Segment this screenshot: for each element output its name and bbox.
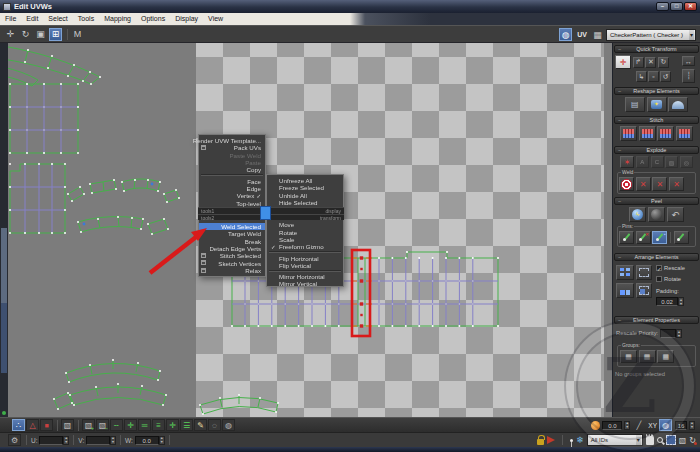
menu-item-move[interactable]: Move [267,221,343,228]
quick-peel-button[interactable]: ϟ [629,207,646,222]
material-ids-dropdown[interactable]: All IDs [587,434,643,446]
peel-mode-button[interactable] [648,207,665,222]
stitch-average-button[interactable] [657,126,674,141]
menu-item-unhide-all[interactable]: Unhide All [267,192,343,199]
option-box-icon[interactable] [201,260,206,265]
zoom-region-icon[interactable] [666,435,676,445]
group-create-button[interactable]: ▦ [620,350,637,363]
soft-selection-field[interactable]: 0.0 [602,421,622,430]
menu-item-copy[interactable]: Copy [199,166,265,173]
grow-selection-button[interactable]: ✛ [124,419,137,431]
grow-element-button[interactable]: ▧+ [82,419,95,431]
menu-item-render-uvw-template[interactable]: Render UVW Template... [199,137,265,144]
lock-icon[interactable] [537,439,544,445]
menu-item-freeform-gizmo[interactable]: Freeform Gizmo [267,243,343,250]
options-gear-button[interactable]: ⚙ [8,434,21,446]
ring-selection-button[interactable]: ✛ [166,419,179,431]
grid-size-field[interactable]: 16 [675,421,687,430]
rescale-priority-field[interactable] [660,329,676,338]
align-cross-button[interactable]: ✕ [645,57,656,68]
menu-tools[interactable]: Tools [73,13,99,25]
padding-field[interactable]: 0.02 [656,297,678,306]
menu-item-break[interactable]: Break [199,238,265,245]
freeform-gizmo-tool-icon[interactable]: ⊞ [49,28,62,41]
group-select-button[interactable]: ▦ [657,350,674,363]
soft-selection-spinner[interactable] [624,421,630,430]
v-spinner[interactable] [110,436,116,445]
menu-item-unfreeze-all[interactable]: Unfreeze All [267,177,343,184]
vertex-mode-button[interactable]: ∴ [12,419,25,431]
edge-loop-button[interactable]: ╌ [110,419,123,431]
unpin-tool-button[interactable]: ✕ [636,231,651,244]
menu-item-mirror-vertical[interactable]: Mirror Vertical [267,280,343,287]
minimize-button[interactable] [656,2,669,11]
pin-tool-button[interactable] [619,231,634,244]
break-by-material-button[interactable]: ▧ [665,156,678,168]
relax-until-flat-button[interactable] [668,97,688,112]
stitch-header[interactable]: Stitch [614,116,699,124]
quick-transform-header[interactable]: Quick Transform [614,45,699,53]
w-spinner[interactable] [159,436,165,445]
weld-break-button[interactable]: ✕ [669,177,684,191]
rescale-priority-spinner[interactable] [676,329,682,338]
falloff-curve-icon[interactable]: ╱ [632,419,645,431]
background-toggle-icon[interactable]: ◍ [659,419,672,431]
space-square-button[interactable]: ▫ [648,71,659,82]
pack-together-button[interactable] [616,283,634,298]
snap-toggle-icon[interactable]: ◍ [559,28,572,41]
freeze-snowflake-icon[interactable]: ❄ [576,435,584,445]
element-properties-header[interactable]: Element Properties [614,316,699,324]
shrink-element-button[interactable]: ▧− [96,419,109,431]
pack-normalize-button[interactable] [616,265,634,280]
reshape-elements-header[interactable]: Reshape Elements [614,87,699,95]
reset-peel-button[interactable]: ↶ [667,207,684,222]
weld-all-button[interactable]: ✕ [652,177,667,191]
stitch-target-button[interactable] [676,126,693,141]
break-by-element-button[interactable]: ◎ [680,156,693,168]
scale-tool-icon[interactable]: ▣ [34,28,47,41]
menu-item-relax[interactable]: Relax [199,267,265,274]
unpin-all-button[interactable] [674,231,689,244]
close-button[interactable] [684,2,697,11]
menu-item-edge[interactable]: Edge [199,185,265,192]
rotate-tool-icon[interactable]: ↻ [19,28,32,41]
option-box-icon[interactable] [201,145,206,150]
mirror-tool-icon[interactable]: M [71,28,84,41]
peel-header[interactable]: Peel [614,197,699,205]
alert-horn-icon[interactable] [547,436,555,444]
menu-options[interactable]: Options [136,13,170,25]
rotate-ccw-button[interactable]: ↺ [660,71,671,82]
group-ungroup-button[interactable]: ▦ [639,350,656,363]
break-by-smoothing-button[interactable]: C [651,156,664,168]
grid-size-spinner[interactable] [689,421,695,430]
u-field[interactable] [39,436,63,445]
title-bar[interactable]: Edit UVWs [0,0,700,13]
shrink-selection-button[interactable]: ═ [138,419,151,431]
target-weld-button[interactable] [619,177,634,191]
align-vertical-button[interactable]: ↳ [636,71,647,82]
menu-item-stitch-selected[interactable]: Stitch Selected [199,252,265,259]
menu-item-flip-horizontal[interactable]: Flip Horizontal [267,254,343,261]
option-box-icon[interactable] [201,268,206,273]
menu-item-hide-selected[interactable]: Hide Selected [267,199,343,206]
menu-item-target-weld[interactable]: Target Weld [199,230,265,237]
paint-select-button[interactable]: ✎ [194,419,207,431]
brush-falloff-small-button[interactable]: ◌ [208,419,221,431]
menu-view[interactable]: View [203,13,228,25]
element-mode-button[interactable]: ▧ [61,419,74,431]
rotate-cw-button[interactable]: ↻ [658,57,669,68]
menu-file[interactable]: File [0,13,21,25]
pan-hand-icon[interactable] [646,436,654,445]
loop-selection-button[interactable]: ≡ [152,419,165,431]
rescale-checkbox[interactable] [656,265,662,271]
menu-item-weld-selected[interactable]: Weld Selected [199,223,265,230]
align-pivot-button[interactable]: ✛ [615,55,631,69]
u-spinner[interactable] [63,436,69,445]
rescale-elements-button[interactable] [636,265,652,280]
menu-item-freeze-selected[interactable]: Freeze Selected [267,184,343,191]
menu-edit[interactable]: Edit [21,13,43,25]
menu-item-rotate[interactable]: Rotate [267,228,343,235]
face-mode-button[interactable]: ■ [40,419,53,431]
zoom-extents-icon[interactable]: ▧ [679,436,687,445]
menu-item-pack-uvs[interactable]: Pack UVs [199,144,265,151]
